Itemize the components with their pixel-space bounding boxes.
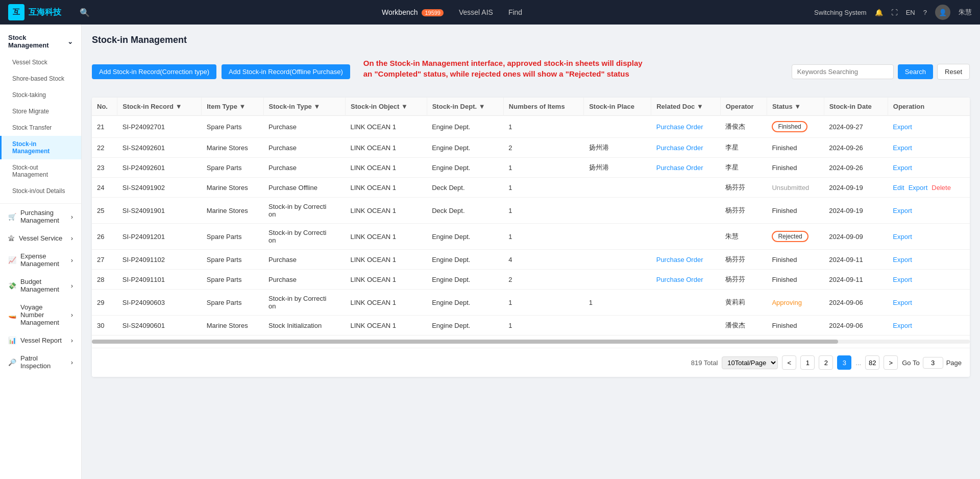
nav-vessel-ais[interactable]: Vessel AIS <box>459 8 493 16</box>
page-1-button[interactable]: 1 <box>800 355 815 370</box>
table-row: 28 SI-P24091101 Spare Parts Purchase LIN… <box>92 270 970 290</box>
cell-ops: Export <box>888 290 970 316</box>
cell-operator: 杨芬芬 <box>720 270 767 290</box>
add-correction-button[interactable]: Add Stock-in Record(Correction type) <box>92 64 216 79</box>
sidebar-item-stock-out-management[interactable]: Stock-out Management <box>0 159 81 183</box>
related-doc-link[interactable]: Purchase Order <box>656 276 703 283</box>
sidebar-item-stock-taking[interactable]: Stock-taking <box>0 87 81 103</box>
col-related[interactable]: Related Doc ▼ <box>651 98 720 116</box>
horizontal-scrollbar[interactable] <box>92 340 970 344</box>
purchasing-icon: 🛒 <box>8 213 16 221</box>
username: 朱慧 <box>959 8 972 17</box>
sidebar-stock-management-header[interactable]: Stock Management ⌄ <box>0 29 81 54</box>
cell-dept: Engine Dept. <box>427 316 503 336</box>
cell-related <box>651 224 720 250</box>
page-2-button[interactable]: 2 <box>819 355 833 370</box>
op-edit[interactable]: Edit <box>893 184 904 191</box>
avatar[interactable]: 👤 <box>935 5 950 20</box>
cell-num: 1 <box>503 316 583 336</box>
sidebar-vessel-service[interactable]: 🛣 Vessel Service › <box>0 229 81 247</box>
sidebar-item-stock-in-management[interactable]: Stock-in Management <box>0 136 81 159</box>
cell-no: 25 <box>92 198 117 224</box>
global-search-icon[interactable]: 🔍 <box>80 8 90 17</box>
op-export[interactable]: Export <box>909 184 928 191</box>
col-status[interactable]: Status ▼ <box>767 98 824 116</box>
cell-date: 2024-09-26 <box>824 158 888 178</box>
app-logo[interactable]: 互 互海科技 <box>8 4 69 20</box>
cell-status: Finished <box>767 116 824 138</box>
cell-date: 2024-09-19 <box>824 198 888 224</box>
cell-related <box>651 290 720 316</box>
cell-record: SI-P24091201 <box>117 224 202 250</box>
sidebar-item-stock-inout-details[interactable]: Stock-in/out Details <box>0 183 81 199</box>
op-export[interactable]: Export <box>893 123 912 131</box>
nav-workbench[interactable]: Workbench 19599 <box>382 8 444 16</box>
sidebar-item-store-migrate[interactable]: Store Migrate <box>0 103 81 119</box>
col-record[interactable]: Stock-in Record ▼ <box>117 98 202 116</box>
op-export[interactable]: Export <box>893 299 912 306</box>
data-table: No. Stock-in Record ▼ Item Type ▼ Stock-… <box>92 98 970 336</box>
cell-status: Approving <box>767 290 824 316</box>
sidebar-item-vessel-stock[interactable]: Vessel Stock <box>0 54 81 70</box>
per-page-select[interactable]: 10Total/Page 20Total/Page 50Total/Page <box>722 356 778 369</box>
help-icon[interactable]: ? <box>923 9 927 16</box>
prev-page-button[interactable]: < <box>782 355 796 370</box>
op-delete[interactable]: Delete <box>932 184 951 191</box>
nav-find[interactable]: Find <box>508 8 522 16</box>
cell-no: 26 <box>92 224 117 250</box>
logo-icon: 互 <box>8 4 24 20</box>
sidebar-item-stock-transfer[interactable]: Stock Transfer <box>0 119 81 136</box>
cell-object: LINK OCEAN 1 <box>345 116 427 138</box>
sidebar-item-shore-stock[interactable]: Shore-based Stock <box>0 70 81 87</box>
sidebar-purchasing[interactable]: 🛒 Purchasing Management › <box>0 204 81 229</box>
cell-operator: 杨芬芬 <box>720 250 767 270</box>
table-row: 24 SI-S24091902 Marine Stores Purchase O… <box>92 178 970 198</box>
top-navigation: 互 互海科技 🔍 Workbench 19599 Vessel AIS Find… <box>0 0 980 25</box>
cell-no: 30 <box>92 316 117 336</box>
reset-button[interactable]: Reset <box>937 64 970 80</box>
op-export[interactable]: Export <box>893 233 912 241</box>
col-stockin-type[interactable]: Stock-in Type ▼ <box>263 98 345 116</box>
total-count: 819 Total <box>691 359 718 367</box>
op-export[interactable]: Export <box>893 276 912 283</box>
sidebar-patrol[interactable]: 🔎 Patrol Inspection › <box>0 349 81 375</box>
op-export[interactable]: Export <box>893 207 912 214</box>
cell-dept: Engine Dept. <box>427 290 503 316</box>
op-export[interactable]: Export <box>893 322 912 329</box>
search-button[interactable]: Search <box>898 64 933 79</box>
related-doc-link[interactable]: Purchase Order <box>656 256 703 264</box>
related-doc-link[interactable]: Purchase Order <box>656 144 703 152</box>
cell-item-type: Spare Parts <box>202 158 263 178</box>
sidebar-voyage[interactable]: 🚤 Voyage Number Management › <box>0 298 81 331</box>
op-export[interactable]: Export <box>893 164 912 172</box>
related-doc-link[interactable]: Purchase Order <box>656 123 703 131</box>
op-export[interactable]: Export <box>893 256 912 264</box>
cell-status: Rejected <box>767 224 824 250</box>
sidebar-budget[interactable]: 💸 Budget Management › <box>0 273 81 298</box>
cell-stockin-type: Stock-in by Correction <box>263 224 345 250</box>
goto-input[interactable] <box>923 357 943 369</box>
col-dept[interactable]: Stock-in Dept. ▼ <box>427 98 503 116</box>
sidebar-vessel-report[interactable]: 📊 Vessel Report › <box>0 331 81 349</box>
sidebar-expense[interactable]: 📈 Expense Management › <box>0 247 81 273</box>
scrollbar-thumb[interactable] <box>92 340 838 344</box>
col-object[interactable]: Stock-in Object ▼ <box>345 98 427 116</box>
cell-date: 2024-09-27 <box>824 116 888 138</box>
page-3-button[interactable]: 3 <box>837 355 851 370</box>
cell-operator: 杨芬芬 <box>720 178 767 198</box>
search-input[interactable] <box>792 64 894 79</box>
notification-icon[interactable]: 🔔 <box>875 9 883 16</box>
switching-system[interactable]: Switching System <box>814 9 867 16</box>
cell-record: SI-P24092701 <box>117 116 202 138</box>
next-page-button[interactable]: > <box>884 355 898 370</box>
op-export[interactable]: Export <box>893 144 912 152</box>
cell-stockin-type: Purchase <box>263 116 345 138</box>
page-82-button[interactable]: 82 <box>865 355 879 370</box>
col-item-type[interactable]: Item Type ▼ <box>202 98 263 116</box>
fullscreen-icon[interactable]: ⛶ <box>891 9 898 16</box>
add-offline-button[interactable]: Add Stock-in Record(Offline Purchase) <box>222 64 350 79</box>
cell-no: 27 <box>92 250 117 270</box>
related-doc-link[interactable]: Purchase Order <box>656 164 703 172</box>
language-selector[interactable]: EN <box>906 9 915 16</box>
cell-stockin-type: Purchase <box>263 158 345 178</box>
